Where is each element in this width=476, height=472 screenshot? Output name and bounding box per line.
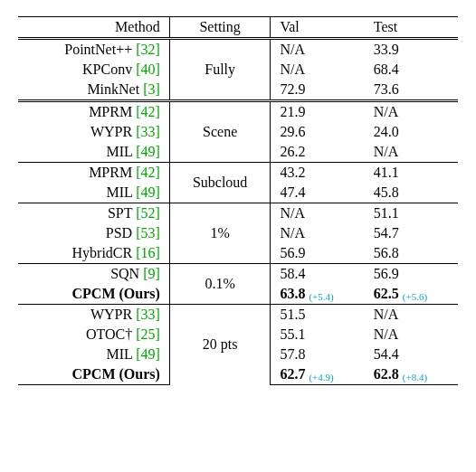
val-cell: 62.7 (+4.9): [271, 364, 365, 385]
method-cell: MinkNet [3]: [18, 80, 169, 101]
val-cell: 58.4: [271, 264, 365, 285]
table-row: SQN [9]0.1%58.456.9: [18, 264, 458, 285]
test-cell: 62.8 (+8.4): [365, 364, 458, 385]
reference-link: [25]: [136, 326, 160, 342]
test-cell: N/A: [365, 101, 458, 123]
reference-link: [9]: [143, 266, 160, 281]
test-cell: N/A: [365, 142, 458, 163]
reference-link: [33]: [136, 307, 160, 322]
method-cell: MIL [49]: [18, 142, 169, 163]
reference-link: [40]: [136, 61, 160, 77]
val-cell: 57.8: [271, 345, 365, 364]
reference-link: [49]: [136, 184, 160, 200]
test-cell: 54.4: [365, 345, 458, 364]
val-cell: N/A: [271, 39, 365, 61]
reference-link: [3]: [143, 81, 160, 97]
test-cell: 33.9: [365, 39, 458, 61]
reference-link: [16]: [136, 245, 160, 260]
reference-link: [53]: [136, 225, 160, 241]
reference-link: [33]: [136, 124, 160, 139]
reference-link: [49]: [136, 144, 160, 159]
val-cell: 21.9: [271, 101, 365, 123]
table-row: SPT [52]1%N/A51.1: [18, 203, 458, 224]
method-cell: MPRM [42]: [18, 101, 169, 123]
test-cell: 41.1: [365, 163, 458, 184]
delta-label: (+4.9): [309, 372, 333, 382]
method-cell: PSD [53]: [18, 223, 169, 243]
test-cell: 24.0: [365, 122, 458, 142]
method-cell: HybridCR [16]: [18, 243, 169, 264]
method-cell: SQN [9]: [18, 264, 169, 285]
method-cell: MIL [49]: [18, 183, 169, 203]
method-cell: WYPR [33]: [18, 305, 169, 326]
method-cell: MIL [49]: [18, 345, 169, 364]
delta-label: (+5.4): [309, 291, 333, 302]
val-cell: 29.6: [271, 122, 365, 142]
method-cell: MPRM [42]: [18, 163, 169, 184]
val-cell: 55.1: [271, 325, 365, 345]
delta-label: (+8.4): [403, 372, 427, 382]
reference-link: [42]: [136, 165, 160, 180]
val-cell: N/A: [271, 203, 365, 224]
val-cell: 63.8 (+5.4): [271, 284, 365, 305]
method-cell: OTOC† [25]: [18, 325, 169, 345]
method-cell: KPConv [40]: [18, 60, 169, 80]
val-cell: 72.9: [271, 80, 365, 101]
test-cell: 62.5 (+5.6): [365, 284, 458, 305]
method-cell: CPCM (Ours): [18, 284, 169, 305]
table-row: MPRM [42]Scene21.9N/A: [18, 101, 458, 123]
table-row: PointNet++ [32]FullyN/A33.9: [18, 39, 458, 61]
setting-cell: Fully: [169, 39, 271, 101]
val-cell: 47.4: [271, 183, 365, 203]
test-cell: 54.7: [365, 223, 458, 243]
reference-link: [52]: [136, 205, 160, 221]
reference-link: [32]: [136, 42, 160, 57]
test-cell: 56.8: [365, 243, 458, 264]
test-cell: N/A: [365, 305, 458, 326]
setting-cell: Subcloud: [169, 163, 271, 203]
table-header-row: Method Setting Val Test: [18, 17, 458, 39]
val-cell: N/A: [271, 60, 365, 80]
header-setting: Setting: [169, 17, 271, 39]
method-cell: WYPR [33]: [18, 122, 169, 142]
val-cell: 26.2: [271, 142, 365, 163]
header-method: Method: [18, 17, 169, 39]
test-cell: 68.4: [365, 60, 458, 80]
val-cell: 56.9: [271, 243, 365, 264]
val-cell: 51.5: [271, 305, 365, 326]
setting-cell: 20 pts: [169, 305, 271, 385]
table-row: MPRM [42]Subcloud43.241.1: [18, 163, 458, 184]
header-test: Test: [365, 17, 458, 39]
delta-label: (+5.6): [403, 291, 427, 302]
reference-link: [49]: [136, 346, 160, 362]
val-cell: N/A: [271, 223, 365, 243]
setting-cell: 0.1%: [169, 264, 271, 305]
test-cell: 51.1: [365, 203, 458, 224]
method-cell: CPCM (Ours): [18, 364, 169, 385]
setting-cell: 1%: [169, 203, 271, 264]
test-cell: 56.9: [365, 264, 458, 285]
results-table: Method Setting Val Test PointNet++ [32]F…: [18, 16, 458, 385]
reference-link: [42]: [136, 104, 160, 119]
test-cell: 73.6: [365, 80, 458, 101]
method-cell: SPT [52]: [18, 203, 169, 224]
method-cell: PointNet++ [32]: [18, 39, 169, 61]
test-cell: 45.8: [365, 183, 458, 203]
table-row: WYPR [33]20 pts51.5N/A: [18, 305, 458, 326]
header-val: Val: [271, 17, 365, 39]
test-cell: N/A: [365, 325, 458, 345]
setting-cell: Scene: [169, 101, 271, 163]
val-cell: 43.2: [271, 163, 365, 184]
